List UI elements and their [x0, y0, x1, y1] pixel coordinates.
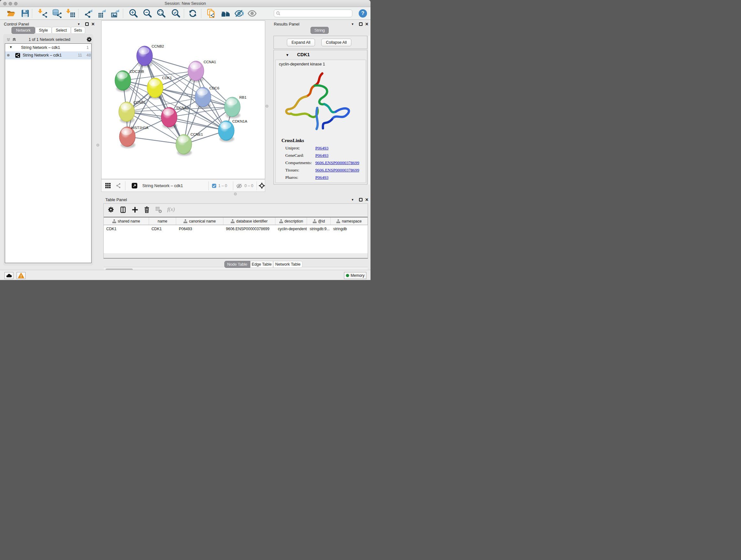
gear-icon[interactable] — [86, 37, 92, 43]
network-type-icon — [15, 53, 20, 58]
zoom-selected-icon[interactable] — [171, 9, 181, 18]
add-column-icon[interactable] — [131, 206, 139, 214]
import-table-icon[interactable] — [66, 9, 76, 18]
table-panel-float-icon[interactable] — [359, 198, 362, 201]
crosshair-icon[interactable] — [259, 182, 265, 189]
tab-edge-table[interactable]: Edge Table — [250, 261, 273, 268]
tab-string[interactable]: String — [311, 27, 329, 34]
collapse-all-button[interactable]: Collapse All — [321, 39, 351, 46]
table-header-row[interactable]: shared namenamecanonical namedatabase id… — [104, 217, 367, 225]
node-RB1[interactable]: RB1 — [224, 96, 246, 118]
splitter-handle[interactable] — [266, 105, 268, 108]
results-panel-float-icon[interactable] — [359, 22, 362, 26]
control-panel-close-icon[interactable]: ✕ — [91, 22, 95, 26]
export-network-icon[interactable] — [84, 9, 93, 18]
help-button[interactable]: ? — [359, 9, 367, 17]
table-panel-close-icon[interactable]: ✕ — [365, 198, 368, 201]
splitter-handle[interactable] — [96, 144, 99, 146]
open-session-icon[interactable] — [6, 9, 16, 18]
memory-button[interactable]: Memory — [344, 272, 366, 279]
network-collection-row[interactable]: ▼ String Network – cdk1 1 — [5, 44, 91, 51]
node-CCNA1[interactable]: CCNA1 — [188, 60, 216, 82]
import-network-file-icon[interactable] — [38, 9, 48, 18]
import-network-database-icon[interactable] — [52, 9, 62, 18]
refresh-layout-icon[interactable] — [188, 9, 198, 18]
tab-network-table[interactable]: Network Table — [273, 261, 302, 268]
expand-all-icon[interactable] — [12, 37, 16, 42]
crosslink-link[interactable]: 9606.ENSP00000378699 — [315, 160, 359, 165]
eye-icon[interactable] — [247, 9, 257, 18]
expand-all-button[interactable]: Expand All — [287, 39, 315, 46]
node-CCNE1[interactable]: CCNE1 — [176, 132, 203, 156]
collapse-all-icon[interactable] — [6, 37, 10, 42]
cell[interactable]: cyclin-dependent ... — [275, 225, 307, 233]
search-box[interactable] — [274, 10, 352, 17]
toolbar-separator — [78, 9, 78, 18]
show-columns-icon[interactable] — [120, 206, 127, 214]
crosslink-link[interactable]: P06493 — [315, 175, 328, 180]
column-header-@id[interactable]: @id — [307, 217, 331, 225]
tab-network[interactable]: Network — [11, 27, 35, 34]
network-canvas[interactable]: CCNB2CCNA1CDC25BCDK1CDC6RB1CCNB1CCNA2CDK… — [101, 20, 265, 179]
string-import-icon[interactable] — [206, 9, 216, 18]
results-panel-caret-icon[interactable]: ▾ — [352, 22, 354, 26]
results-scrollbar[interactable] — [367, 36, 370, 185]
column-header-shared-name[interactable]: shared name — [104, 217, 149, 225]
node-HIST1H1A[interactable]: HIST1H1A — [119, 126, 148, 148]
edge-CCNA2-CDKN1A[interactable] — [169, 117, 226, 131]
function-builder-icon[interactable]: f(x) — [167, 206, 175, 214]
crosslink-link[interactable]: 9606.ENSP00000378699 — [315, 168, 359, 173]
splitter-handle[interactable] — [234, 192, 237, 195]
cell[interactable]: stringdb:9... — [307, 225, 331, 233]
hidden-eye-icon[interactable] — [236, 183, 242, 189]
cloud-button[interactable] — [4, 272, 13, 279]
save-session-icon[interactable] — [20, 9, 30, 18]
cell[interactable]: 9606.ENSP00000378699 — [223, 225, 275, 233]
node-CDKN1A[interactable]: CDKN1A — [218, 119, 247, 142]
column-header-namespace[interactable]: namespace — [331, 217, 367, 225]
export-table-icon[interactable] — [97, 9, 107, 18]
cell[interactable]: CDK1 — [149, 225, 177, 233]
tab-sets[interactable]: Sets — [71, 27, 85, 34]
tab-style[interactable]: Style — [35, 27, 52, 34]
search-input[interactable] — [282, 11, 350, 16]
results-panel-close-icon[interactable]: ✕ — [365, 22, 368, 26]
column-header-database-identifier[interactable]: database identifier — [223, 217, 275, 225]
crosslink-link[interactable]: P06493 — [315, 145, 328, 151]
delete-table-icon[interactable] — [155, 206, 163, 214]
zoom-fit-icon[interactable] — [156, 9, 166, 18]
tab-select[interactable]: Select — [52, 27, 71, 34]
export-image-icon[interactable] — [111, 9, 120, 18]
zoom-in-icon[interactable] — [129, 9, 138, 18]
edge-HIST1H1A-CCNE1[interactable] — [127, 137, 184, 144]
node-CCNB2[interactable]: CCNB2 — [137, 44, 164, 67]
control-panel-float-icon[interactable] — [85, 22, 89, 26]
control-panel-caret-icon[interactable]: ▾ — [78, 22, 80, 26]
cell[interactable]: P06493 — [176, 225, 223, 233]
edge-CCNB2-HIST1H1A[interactable] — [127, 56, 145, 137]
grid-view-icon[interactable] — [105, 183, 111, 188]
edge-CCNB2-CCNE1[interactable] — [145, 56, 184, 144]
table-settings-gear-icon[interactable] — [108, 206, 115, 214]
network-row-selected[interactable]: String Network – cdk1 11 48 — [5, 51, 91, 59]
network-view-toolbar: String Network – cdk1 1 – 0 0 – 0 — [101, 179, 265, 192]
table-row[interactable]: CDK1CDK1P064939606.ENSP00000378699cyclin… — [104, 225, 367, 233]
zoom-out-icon[interactable] — [143, 9, 152, 18]
column-header-canonical-name[interactable]: canonical name — [176, 217, 223, 225]
gene-caret-icon[interactable]: ▼ — [286, 53, 289, 57]
selected-nodes-checkbox[interactable] — [212, 184, 216, 188]
hide-eye-icon[interactable] — [234, 9, 244, 18]
home-icon[interactable] — [221, 9, 231, 18]
crosslink-link[interactable]: P06493 — [315, 153, 328, 158]
delete-column-icon[interactable] — [143, 206, 151, 214]
tab-node-table[interactable]: Node Table — [224, 261, 250, 268]
cell[interactable]: CDK1 — [104, 225, 149, 233]
network-share-icon[interactable] — [116, 183, 122, 189]
column-header-name[interactable]: name — [149, 217, 177, 225]
column-header-description[interactable]: description — [275, 217, 307, 225]
table-panel-caret-icon[interactable]: ▾ — [352, 198, 354, 202]
warnings-button[interactable] — [17, 272, 25, 279]
tree-caret-icon[interactable]: ▼ — [9, 45, 12, 49]
birdseye-view-icon[interactable] — [131, 183, 138, 189]
cell[interactable]: stringdb — [331, 225, 367, 233]
